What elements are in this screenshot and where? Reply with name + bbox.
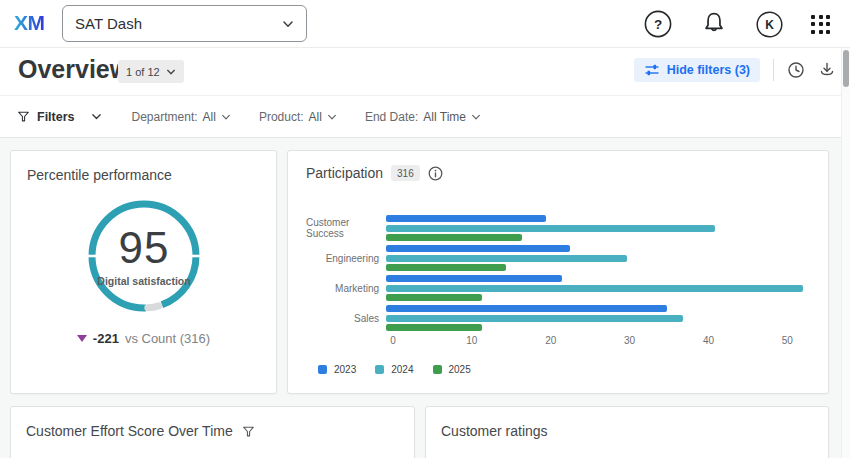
legend-swatch [375, 365, 384, 374]
legend-item-2023[interactable]: 2023 [318, 364, 356, 375]
svg-text:?: ? [654, 17, 662, 32]
delta-value: -221 [93, 331, 119, 346]
filter-value: All [203, 110, 216, 124]
hide-filters-button[interactable]: Hide filters (3) [634, 58, 760, 82]
legend-item-2025[interactable]: 2025 [433, 364, 471, 375]
category-bars [386, 275, 811, 301]
down-triangle-icon [77, 335, 87, 342]
customer-ratings-card: Customer ratings [425, 406, 829, 458]
legend-swatch [318, 365, 327, 374]
page-pager-dropdown[interactable]: 1 of 12 [118, 60, 184, 83]
widget-title: Customer ratings [441, 423, 548, 439]
category-label: Sales [306, 305, 386, 331]
app-switcher-button[interactable] [811, 15, 830, 34]
chart-rows: Customer SuccessEngineeringMarketingSale… [306, 215, 811, 331]
notifications-button[interactable] [700, 10, 728, 38]
topbar-actions: ? K [643, 0, 830, 48]
funnel-icon [17, 110, 30, 123]
filter-value: All Time [423, 110, 466, 124]
chevron-down-icon [471, 112, 481, 122]
filter-end-date[interactable]: End Date: All Time [365, 110, 481, 124]
bar-2025[interactable] [386, 234, 522, 241]
x-tick-label: 50 [782, 335, 793, 346]
chevron-down-icon [221, 112, 231, 122]
chart-category-row: Engineering [306, 245, 811, 271]
widget-title: Percentile performance [27, 167, 172, 183]
bar-2024[interactable] [386, 285, 803, 292]
filter-department[interactable]: Department: All [132, 110, 231, 124]
top-navigation-bar: XM SAT Dash ? K [0, 0, 850, 48]
chevron-down-icon [327, 112, 337, 122]
delta-context: vs Count (316) [125, 331, 210, 346]
bar-2023[interactable] [386, 275, 562, 282]
filter-product[interactable]: Product: All [259, 110, 337, 124]
gauge-label: Digital satisfaction [97, 275, 190, 287]
account-button[interactable]: K [755, 10, 784, 39]
bar-2025[interactable] [386, 324, 482, 331]
filters-bar: Filters Department: All Product: All End… [0, 95, 850, 138]
chart-x-axis: 01020304050 [393, 335, 811, 348]
clock-icon [787, 61, 805, 79]
bar-2024[interactable] [386, 225, 715, 232]
category-label: Customer Success [306, 215, 386, 241]
page-pager-value: 1 of 12 [126, 66, 160, 78]
bar-2023[interactable] [386, 215, 546, 222]
widget-title-row: Customer Effort Score Over Time [26, 423, 255, 439]
x-tick-label: 10 [466, 335, 477, 346]
avatar: K [755, 10, 784, 39]
filter-value: All [309, 110, 322, 124]
category-label: Marketing [306, 275, 386, 301]
x-tick-label: 40 [703, 335, 714, 346]
legend-label: 2024 [391, 364, 413, 375]
download-icon [818, 61, 836, 79]
chevron-down-icon [166, 67, 176, 77]
participation-chart: Customer SuccessEngineeringMarketingSale… [306, 215, 811, 375]
help-button[interactable]: ? [643, 9, 673, 39]
x-tick-label: 30 [624, 335, 635, 346]
history-button[interactable] [787, 61, 805, 79]
funnel-icon[interactable] [242, 425, 255, 438]
filter-label: Department: [132, 110, 198, 124]
divider [773, 59, 774, 81]
chart-category-row: Sales [306, 305, 811, 331]
scrollbar-thumb[interactable] [843, 50, 849, 87]
category-bars [386, 305, 811, 331]
xm-logo: XM [14, 11, 45, 35]
dashboard-selector[interactable]: SAT Dash [62, 5, 307, 42]
gauge-value: 95 [119, 226, 170, 270]
scrollbar-track[interactable] [841, 48, 850, 458]
participation-card: Participation 316 Customer SuccessEngine… [287, 150, 829, 394]
filter-label: Product: [259, 110, 304, 124]
bar-2025[interactable] [386, 294, 482, 301]
chevron-down-icon [282, 18, 294, 30]
page-toolbar: Overview 1 of 12 Hide filters (3) [0, 48, 850, 95]
chart-category-row: Marketing [306, 275, 811, 301]
gauge-center: 95 Digital satisfaction [84, 196, 204, 316]
question-icon: ? [643, 9, 673, 39]
avatar-initial: K [765, 18, 774, 32]
category-bars [386, 215, 811, 241]
count-badge: 316 [391, 165, 420, 181]
chart-legend: 202320242025 [318, 364, 811, 375]
bar-2024[interactable] [386, 315, 683, 322]
export-button[interactable] [818, 61, 836, 79]
chevron-down-icon [91, 111, 102, 122]
legend-item-2024[interactable]: 2024 [375, 364, 413, 375]
dashboard-selector-value: SAT Dash [75, 15, 282, 32]
legend-swatch [433, 365, 442, 374]
dashboard-content: Percentile performance 95 Digital satisf… [0, 138, 850, 458]
hide-filters-label: Hide filters (3) [667, 63, 750, 77]
legend-label: 2025 [449, 364, 471, 375]
customer-effort-score-card: Customer Effort Score Over Time [10, 406, 415, 458]
info-icon[interactable] [428, 166, 443, 181]
filters-menu[interactable]: Filters [17, 110, 102, 124]
toolbar-actions: Hide filters (3) [634, 58, 836, 82]
bar-2023[interactable] [386, 245, 570, 252]
bar-2025[interactable] [386, 264, 506, 271]
category-bars [386, 245, 811, 271]
bar-2023[interactable] [386, 305, 667, 312]
legend-label: 2023 [334, 364, 356, 375]
sliders-icon [644, 62, 660, 78]
grid-icon [811, 15, 830, 34]
bar-2024[interactable] [386, 255, 627, 262]
